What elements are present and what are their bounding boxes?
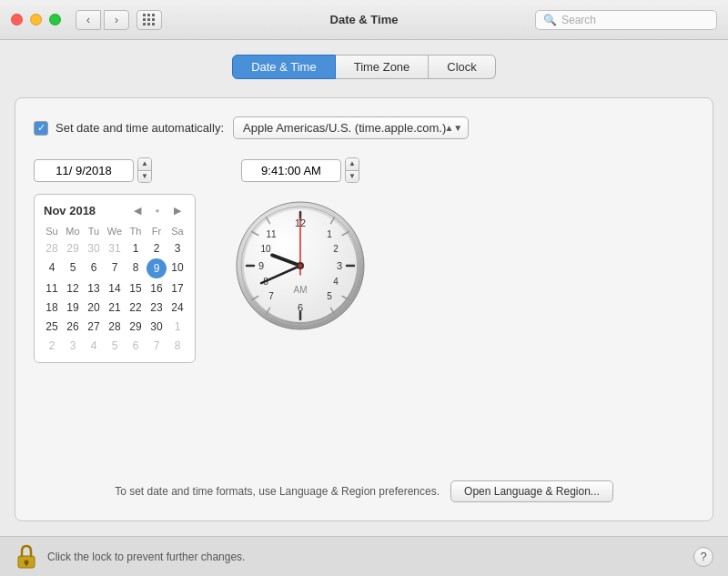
time-stepper-up[interactable]: ▲ [346, 158, 359, 171]
cal-day[interactable]: 15 [126, 279, 146, 298]
cal-day[interactable]: 1 [167, 318, 187, 336]
cal-header-fr: Fr [147, 224, 167, 238]
svg-text:2: 2 [333, 244, 339, 254]
time-section: 9:41:00 AM ▲ ▼ [232, 157, 369, 334]
cal-day[interactable]: 28 [42, 239, 62, 258]
cal-day[interactable]: 29 [126, 318, 146, 336]
cal-day[interactable]: 28 [105, 318, 125, 336]
cal-day[interactable]: 30 [147, 318, 167, 336]
help-button[interactable]: ? [693, 547, 713, 567]
grid-button[interactable] [136, 10, 162, 30]
main-content: Date & Time Time Zone Clock ✓ Set date a… [0, 40, 728, 536]
tab-clock[interactable]: Clock [429, 55, 496, 79]
cal-day[interactable]: 29 [63, 239, 83, 258]
cal-day[interactable]: 3 [167, 239, 187, 258]
search-bar: 🔍 [535, 10, 717, 30]
forward-button[interactable]: › [104, 10, 129, 30]
search-icon: 🔍 [543, 14, 557, 26]
cal-day-selected[interactable]: 9 [147, 258, 167, 278]
cal-day[interactable]: 2 [42, 337, 62, 355]
svg-text:9: 9 [258, 260, 264, 271]
bottom-note-text: To set date and time formats, use Langua… [115, 485, 440, 498]
tab-date-time[interactable]: Date & Time [232, 55, 336, 79]
cal-day[interactable]: 7 [105, 258, 125, 278]
cal-next-button[interactable]: ▶ [169, 202, 186, 218]
cal-day[interactable]: 12 [63, 279, 83, 298]
cal-day[interactable]: 25 [42, 318, 62, 336]
svg-text:5: 5 [327, 291, 332, 301]
maximize-button[interactable] [49, 14, 61, 25]
calendar-header: Nov 2018 ◀ ● ▶ [42, 202, 187, 218]
time-stepper: ▲ ▼ [345, 157, 359, 183]
cal-day[interactable]: 8 [167, 337, 187, 355]
cal-day[interactable]: 19 [63, 298, 83, 317]
calendar: Nov 2018 ◀ ● ▶ Su Mo Tu We Th [34, 194, 196, 363]
cal-day[interactable]: 4 [42, 258, 62, 278]
cal-day[interactable]: 22 [126, 298, 146, 317]
cal-day[interactable]: 3 [63, 337, 83, 355]
cal-header-tu: Tu [84, 224, 104, 238]
auto-set-checkbox[interactable]: ✓ [34, 121, 48, 136]
time-input[interactable]: 9:41:00 AM [241, 159, 341, 182]
lock-icon[interactable] [15, 543, 38, 571]
svg-text:1: 1 [327, 229, 332, 239]
auto-set-checkbox-wrapper: ✓ Set date and time automatically: [34, 121, 224, 136]
svg-rect-35 [25, 562, 27, 566]
server-dropdown[interactable]: Apple Americas/U.S. (time.apple.com.) ▲▼ [233, 116, 469, 139]
cal-day[interactable]: 2 [147, 239, 167, 258]
date-section: 11/ 9/2018 ▲ ▼ Nov 2018 ◀ ● ▶ [34, 157, 196, 363]
cal-day[interactable]: 31 [105, 239, 125, 258]
cal-day[interactable]: 30 [84, 239, 104, 258]
footer-lock-text: Click the lock to prevent further change… [47, 551, 684, 563]
cal-day[interactable]: 27 [84, 318, 104, 336]
cal-circle-icon: ● [149, 202, 166, 218]
cal-prev-button[interactable]: ◀ [129, 202, 146, 218]
cal-day[interactable]: 23 [147, 298, 167, 317]
cal-day[interactable]: 16 [147, 279, 167, 298]
time-input-row: 9:41:00 AM ▲ ▼ [241, 157, 359, 183]
date-stepper-down[interactable]: ▼ [138, 171, 151, 183]
search-input[interactable] [561, 14, 709, 26]
cal-day[interactable]: 4 [84, 337, 104, 355]
minimize-button[interactable] [30, 14, 42, 25]
cal-day[interactable]: 6 [84, 258, 104, 278]
cal-day[interactable]: 10 [167, 258, 187, 278]
cal-day[interactable]: 17 [167, 279, 187, 298]
cal-day[interactable]: 24 [167, 298, 187, 317]
cal-day[interactable]: 1 [126, 239, 146, 258]
date-input[interactable]: 11/ 9/2018 [34, 159, 134, 182]
cal-day[interactable]: 26 [63, 318, 83, 336]
footer: Click the lock to prevent further change… [0, 536, 728, 576]
cal-header-th: Th [126, 224, 146, 238]
dropdown-arrow-icon: ▲▼ [444, 123, 462, 133]
calendar-month-year: Nov 2018 [44, 204, 96, 217]
svg-text:10: 10 [260, 244, 271, 254]
cal-day[interactable]: 14 [105, 279, 125, 298]
svg-text:11: 11 [266, 229, 277, 239]
cal-day[interactable]: 8 [126, 258, 146, 278]
datetime-row: 11/ 9/2018 ▲ ▼ Nov 2018 ◀ ● ▶ [34, 157, 694, 466]
cal-day[interactable]: 5 [63, 258, 83, 278]
cal-day[interactable]: 18 [42, 298, 62, 317]
cal-day[interactable]: 7 [147, 337, 167, 355]
bottom-note: To set date and time formats, use Langua… [34, 466, 694, 502]
cal-day[interactable]: 5 [105, 337, 125, 355]
date-stepper-up[interactable]: ▲ [138, 158, 151, 171]
open-language-region-button[interactable]: Open Language & Region... [450, 480, 613, 502]
cal-day[interactable]: 13 [84, 279, 104, 298]
svg-text:7: 7 [268, 291, 274, 301]
auto-set-label: Set date and time automatically: [56, 121, 224, 135]
nav-buttons: ‹ › [76, 10, 129, 30]
close-button[interactable] [11, 14, 23, 25]
cal-day[interactable]: 11 [42, 279, 62, 298]
time-stepper-down[interactable]: ▼ [346, 171, 359, 183]
calendar-grid: Su Mo Tu We Th Fr Sa 28 29 30 31 1 2 [42, 224, 187, 355]
cal-day[interactable]: 21 [105, 298, 125, 317]
auto-set-row: ✓ Set date and time automatically: Apple… [34, 116, 694, 139]
back-button[interactable]: ‹ [76, 10, 101, 30]
cal-day[interactable]: 6 [126, 337, 146, 355]
titlebar: ‹ › Date & Time 🔍 [0, 0, 728, 40]
svg-text:AM: AM [294, 285, 308, 295]
tab-time-zone[interactable]: Time Zone [336, 55, 430, 79]
cal-day[interactable]: 20 [84, 298, 104, 317]
